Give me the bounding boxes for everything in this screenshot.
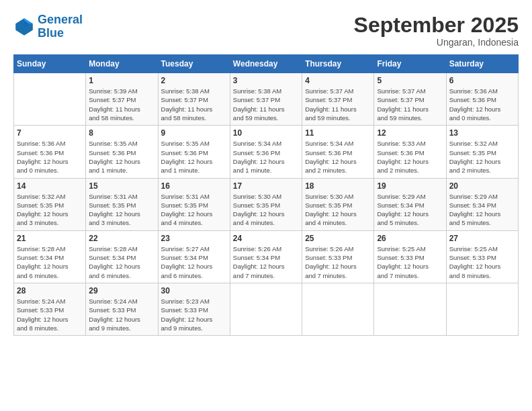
calendar-cell: 11Sunrise: 5:34 AM Sunset: 5:36 PM Dayli… xyxy=(302,126,374,178)
calendar-cell: 13Sunrise: 5:32 AM Sunset: 5:35 PM Dayli… xyxy=(446,126,518,178)
header-friday: Friday xyxy=(374,55,446,73)
calendar-cell: 8Sunrise: 5:35 AM Sunset: 5:36 PM Daylig… xyxy=(86,126,158,178)
day-number: 19 xyxy=(377,181,443,191)
header-monday: Monday xyxy=(86,55,158,73)
calendar-cell: 21Sunrise: 5:28 AM Sunset: 5:34 PM Dayli… xyxy=(14,230,86,283)
day-number: 13 xyxy=(449,128,515,138)
day-info: Sunrise: 5:33 AM Sunset: 5:36 PM Dayligh… xyxy=(377,139,443,175)
day-number: 26 xyxy=(377,234,443,243)
calendar-cell: 22Sunrise: 5:28 AM Sunset: 5:34 PM Dayli… xyxy=(86,230,158,283)
calendar-cell: 4Sunrise: 5:37 AM Sunset: 5:37 PM Daylig… xyxy=(302,73,374,126)
day-info: Sunrise: 5:36 AM Sunset: 5:36 PM Dayligh… xyxy=(17,139,83,175)
calendar-week-row: 28Sunrise: 5:24 AM Sunset: 5:33 PM Dayli… xyxy=(14,283,519,335)
day-info: Sunrise: 5:26 AM Sunset: 5:34 PM Dayligh… xyxy=(233,244,299,280)
day-number: 27 xyxy=(449,234,515,243)
day-number: 17 xyxy=(233,181,299,191)
day-number: 23 xyxy=(161,234,227,243)
calendar-table: SundayMondayTuesdayWednesdayThursdayFrid… xyxy=(13,54,519,336)
calendar-cell: 19Sunrise: 5:29 AM Sunset: 5:34 PM Dayli… xyxy=(374,178,446,230)
calendar-cell: 18Sunrise: 5:30 AM Sunset: 5:35 PM Dayli… xyxy=(302,178,374,230)
calendar-cell: 28Sunrise: 5:24 AM Sunset: 5:33 PM Dayli… xyxy=(14,283,86,335)
header-thursday: Thursday xyxy=(302,55,374,73)
day-info: Sunrise: 5:29 AM Sunset: 5:34 PM Dayligh… xyxy=(377,192,443,228)
calendar-week-row: 21Sunrise: 5:28 AM Sunset: 5:34 PM Dayli… xyxy=(14,230,519,283)
day-info: Sunrise: 5:28 AM Sunset: 5:34 PM Dayligh… xyxy=(17,244,83,280)
day-info: Sunrise: 5:28 AM Sunset: 5:34 PM Dayligh… xyxy=(89,244,154,280)
day-info: Sunrise: 5:38 AM Sunset: 5:37 PM Dayligh… xyxy=(233,87,299,122)
calendar-header-row: SundayMondayTuesdayWednesdayThursdayFrid… xyxy=(14,55,519,73)
calendar-cell: 24Sunrise: 5:26 AM Sunset: 5:34 PM Dayli… xyxy=(230,230,302,283)
day-info: Sunrise: 5:37 AM Sunset: 5:37 PM Dayligh… xyxy=(305,87,371,122)
day-number: 6 xyxy=(449,76,515,85)
day-number: 18 xyxy=(305,181,371,191)
header-sunday: Sunday xyxy=(14,55,86,73)
day-info: Sunrise: 5:34 AM Sunset: 5:36 PM Dayligh… xyxy=(233,139,299,175)
day-info: Sunrise: 5:31 AM Sunset: 5:35 PM Dayligh… xyxy=(161,192,227,228)
page-header: General Blue September 2025 Ungaran, Ind… xyxy=(13,13,519,48)
day-number: 12 xyxy=(377,128,443,138)
header-tuesday: Tuesday xyxy=(158,55,230,73)
calendar-week-row: 1Sunrise: 5:39 AM Sunset: 5:37 PM Daylig… xyxy=(14,73,519,126)
day-number: 16 xyxy=(161,181,227,191)
calendar-cell: 9Sunrise: 5:35 AM Sunset: 5:36 PM Daylig… xyxy=(158,126,230,178)
day-number: 29 xyxy=(89,286,154,295)
calendar-cell xyxy=(302,283,374,335)
calendar-week-row: 14Sunrise: 5:32 AM Sunset: 5:35 PM Dayli… xyxy=(14,178,519,230)
day-info: Sunrise: 5:32 AM Sunset: 5:35 PM Dayligh… xyxy=(17,192,83,228)
calendar-cell xyxy=(374,283,446,335)
day-info: Sunrise: 5:30 AM Sunset: 5:35 PM Dayligh… xyxy=(233,192,299,228)
day-info: Sunrise: 5:23 AM Sunset: 5:33 PM Dayligh… xyxy=(161,297,227,332)
day-info: Sunrise: 5:31 AM Sunset: 5:35 PM Dayligh… xyxy=(89,192,154,228)
day-number: 3 xyxy=(233,76,299,85)
day-number: 20 xyxy=(449,181,515,191)
logo: General Blue xyxy=(13,13,83,40)
day-number: 28 xyxy=(17,286,83,295)
calendar-cell xyxy=(14,73,86,126)
header-saturday: Saturday xyxy=(446,55,518,73)
day-number: 1 xyxy=(89,76,154,85)
day-info: Sunrise: 5:24 AM Sunset: 5:33 PM Dayligh… xyxy=(17,297,83,332)
calendar-cell: 30Sunrise: 5:23 AM Sunset: 5:33 PM Dayli… xyxy=(158,283,230,335)
calendar-cell: 26Sunrise: 5:25 AM Sunset: 5:33 PM Dayli… xyxy=(374,230,446,283)
calendar-cell: 5Sunrise: 5:37 AM Sunset: 5:37 PM Daylig… xyxy=(374,73,446,126)
calendar-cell: 15Sunrise: 5:31 AM Sunset: 5:35 PM Dayli… xyxy=(86,178,158,230)
day-info: Sunrise: 5:39 AM Sunset: 5:37 PM Dayligh… xyxy=(89,87,154,122)
day-number: 21 xyxy=(17,234,83,243)
day-number: 11 xyxy=(305,128,371,138)
day-info: Sunrise: 5:34 AM Sunset: 5:36 PM Dayligh… xyxy=(305,139,371,175)
calendar-cell: 14Sunrise: 5:32 AM Sunset: 5:35 PM Dayli… xyxy=(14,178,86,230)
day-number: 8 xyxy=(89,128,154,138)
day-info: Sunrise: 5:38 AM Sunset: 5:37 PM Dayligh… xyxy=(161,87,227,122)
day-number: 14 xyxy=(17,181,83,191)
day-number: 22 xyxy=(89,234,154,243)
calendar-cell: 29Sunrise: 5:24 AM Sunset: 5:33 PM Dayli… xyxy=(86,283,158,335)
day-number: 24 xyxy=(233,234,299,243)
calendar-cell: 17Sunrise: 5:30 AM Sunset: 5:35 PM Dayli… xyxy=(230,178,302,230)
location-subtitle: Ungaran, Indonesia xyxy=(354,37,519,48)
calendar-cell: 27Sunrise: 5:25 AM Sunset: 5:33 PM Dayli… xyxy=(446,230,518,283)
calendar-cell: 10Sunrise: 5:34 AM Sunset: 5:36 PM Dayli… xyxy=(230,126,302,178)
calendar-cell: 16Sunrise: 5:31 AM Sunset: 5:35 PM Dayli… xyxy=(158,178,230,230)
day-info: Sunrise: 5:24 AM Sunset: 5:33 PM Dayligh… xyxy=(89,297,154,332)
day-info: Sunrise: 5:26 AM Sunset: 5:33 PM Dayligh… xyxy=(305,244,371,280)
day-info: Sunrise: 5:37 AM Sunset: 5:37 PM Dayligh… xyxy=(377,87,443,122)
calendar-cell: 23Sunrise: 5:27 AM Sunset: 5:34 PM Dayli… xyxy=(158,230,230,283)
calendar-week-row: 7Sunrise: 5:36 AM Sunset: 5:36 PM Daylig… xyxy=(14,126,519,178)
calendar-cell: 20Sunrise: 5:29 AM Sunset: 5:34 PM Dayli… xyxy=(446,178,518,230)
day-number: 4 xyxy=(305,76,371,85)
calendar-cell: 6Sunrise: 5:36 AM Sunset: 5:36 PM Daylig… xyxy=(446,73,518,126)
day-info: Sunrise: 5:32 AM Sunset: 5:35 PM Dayligh… xyxy=(449,139,515,175)
day-info: Sunrise: 5:29 AM Sunset: 5:34 PM Dayligh… xyxy=(449,192,515,228)
day-number: 30 xyxy=(161,286,227,295)
day-info: Sunrise: 5:35 AM Sunset: 5:36 PM Dayligh… xyxy=(89,139,154,175)
day-number: 25 xyxy=(305,234,371,243)
calendar-cell: 3Sunrise: 5:38 AM Sunset: 5:37 PM Daylig… xyxy=(230,73,302,126)
day-number: 15 xyxy=(89,181,154,191)
day-number: 9 xyxy=(161,128,227,138)
logo-text: General Blue xyxy=(38,13,83,40)
logo-icon xyxy=(13,16,35,38)
day-number: 7 xyxy=(17,128,83,138)
day-number: 10 xyxy=(233,128,299,138)
header-wednesday: Wednesday xyxy=(230,55,302,73)
day-info: Sunrise: 5:25 AM Sunset: 5:33 PM Dayligh… xyxy=(377,244,443,280)
